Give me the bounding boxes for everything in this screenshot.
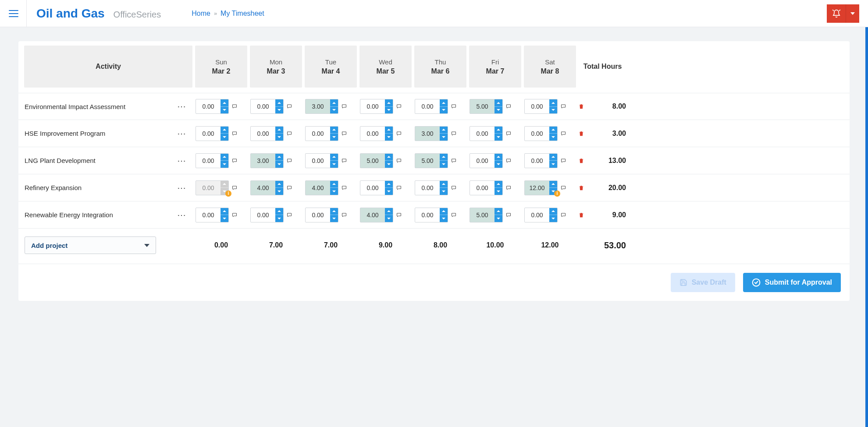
breadcrumb-current[interactable]: My Timesheet bbox=[221, 10, 264, 18]
comment-icon[interactable] bbox=[341, 185, 347, 191]
spin-down-button[interactable] bbox=[440, 161, 448, 168]
spin-up-button[interactable] bbox=[385, 154, 393, 161]
hours-input[interactable]: 0.00 bbox=[196, 126, 229, 141]
comment-icon[interactable] bbox=[560, 212, 566, 218]
hours-input[interactable]: 3.00 bbox=[250, 153, 284, 168]
spin-down-button[interactable] bbox=[385, 215, 393, 222]
spin-down-button[interactable] bbox=[385, 107, 393, 114]
hours-input[interactable]: 0.00 bbox=[196, 208, 229, 222]
comment-icon[interactable] bbox=[505, 185, 512, 191]
comment-icon[interactable] bbox=[231, 212, 238, 218]
hours-input[interactable]: 0.00 bbox=[360, 126, 393, 141]
hours-input[interactable]: 0.00 bbox=[415, 208, 448, 222]
spin-up-button[interactable] bbox=[385, 208, 393, 215]
spin-up-button[interactable] bbox=[330, 208, 338, 215]
hours-input[interactable]: 0.00 bbox=[415, 99, 448, 114]
hours-input[interactable]: 4.00 bbox=[360, 208, 393, 222]
spin-down-button[interactable] bbox=[440, 188, 448, 195]
more-options-icon[interactable]: ⋯ bbox=[174, 99, 189, 113]
spin-down-button[interactable] bbox=[494, 188, 502, 195]
comment-icon[interactable] bbox=[231, 158, 238, 163]
spin-down-button[interactable] bbox=[549, 134, 557, 141]
spin-down-button[interactable] bbox=[221, 215, 228, 222]
spin-down-button[interactable] bbox=[330, 215, 338, 222]
spin-up-button[interactable] bbox=[385, 181, 393, 188]
spin-down-button[interactable] bbox=[330, 107, 338, 114]
more-options-icon[interactable]: ⋯ bbox=[174, 127, 189, 141]
trash-icon[interactable] bbox=[578, 212, 584, 219]
spin-up-button[interactable] bbox=[494, 99, 502, 107]
hamburger-menu-icon[interactable] bbox=[9, 10, 18, 17]
spin-down-button[interactable] bbox=[275, 107, 283, 114]
spin-down-button[interactable] bbox=[275, 188, 283, 195]
info-badge-icon[interactable]: i bbox=[554, 191, 560, 197]
spin-up-button[interactable] bbox=[494, 127, 502, 134]
spin-down-button[interactable] bbox=[549, 215, 557, 222]
comment-icon[interactable] bbox=[231, 104, 238, 109]
hours-input[interactable]: 0.00 bbox=[250, 208, 284, 222]
spin-up-button[interactable] bbox=[440, 99, 448, 107]
hours-input[interactable]: 0.00 bbox=[250, 126, 284, 141]
hours-input[interactable]: 0.00 bbox=[196, 99, 229, 114]
comment-icon[interactable] bbox=[451, 104, 457, 109]
spin-up-button[interactable] bbox=[221, 99, 228, 107]
spin-up-button[interactable] bbox=[549, 154, 557, 161]
spin-up-button[interactable] bbox=[494, 154, 502, 161]
spin-up-button[interactable] bbox=[330, 181, 338, 188]
hours-input[interactable]: 0.00 bbox=[305, 153, 338, 168]
spin-down-button[interactable] bbox=[221, 107, 228, 114]
spin-up-button[interactable] bbox=[549, 127, 557, 134]
spin-up-button[interactable] bbox=[221, 154, 228, 161]
spin-down-button[interactable] bbox=[275, 161, 283, 168]
comment-icon[interactable] bbox=[286, 158, 292, 163]
notifications-button[interactable] bbox=[827, 4, 846, 23]
comment-icon[interactable] bbox=[451, 131, 457, 136]
hours-input[interactable]: 5.00 bbox=[415, 153, 448, 168]
hours-input[interactable]: 5.00 bbox=[470, 208, 503, 222]
spin-up-button[interactable] bbox=[275, 99, 283, 107]
spin-up-button[interactable] bbox=[549, 208, 557, 215]
comment-icon[interactable] bbox=[560, 104, 566, 109]
trash-icon[interactable] bbox=[578, 103, 584, 110]
hours-input[interactable]: 12.00 bbox=[524, 180, 558, 195]
comment-icon[interactable] bbox=[560, 158, 566, 163]
spin-down-button[interactable] bbox=[275, 134, 283, 141]
spin-up-button[interactable] bbox=[440, 154, 448, 161]
spin-up-button[interactable] bbox=[494, 208, 502, 215]
info-badge-icon[interactable]: i bbox=[225, 191, 231, 197]
comment-icon[interactable] bbox=[396, 131, 402, 136]
comment-icon[interactable] bbox=[286, 185, 292, 191]
spin-up-button[interactable] bbox=[440, 181, 448, 188]
trash-icon[interactable] bbox=[578, 184, 584, 191]
hours-input[interactable]: 0.00 bbox=[470, 180, 503, 195]
spin-up-button[interactable] bbox=[385, 127, 393, 134]
spin-down-button[interactable] bbox=[385, 161, 393, 168]
hours-input[interactable]: 0.00 bbox=[360, 99, 393, 114]
spin-up-button[interactable] bbox=[549, 99, 557, 107]
spin-down-button[interactable] bbox=[330, 134, 338, 141]
comment-icon[interactable] bbox=[396, 212, 402, 218]
more-options-icon[interactable]: ⋯ bbox=[174, 181, 189, 195]
trash-icon[interactable] bbox=[578, 130, 584, 137]
spin-down-button[interactable] bbox=[440, 107, 448, 114]
hours-input[interactable]: 0.00 bbox=[524, 99, 558, 114]
spin-down-button[interactable] bbox=[330, 161, 338, 168]
hours-input[interactable]: 4.00 bbox=[305, 180, 338, 195]
comment-icon[interactable] bbox=[560, 185, 566, 191]
breadcrumb-home[interactable]: Home bbox=[192, 10, 210, 18]
add-project-dropdown[interactable]: Add project bbox=[25, 236, 156, 254]
hours-input[interactable]: 0.00 bbox=[250, 99, 284, 114]
more-options-icon[interactable]: ⋯ bbox=[174, 208, 189, 222]
spin-up-button[interactable] bbox=[275, 181, 283, 188]
hours-input[interactable]: 0.00 bbox=[470, 153, 503, 168]
comment-icon[interactable] bbox=[231, 131, 238, 136]
hours-input[interactable]: 5.00 bbox=[360, 153, 393, 168]
comment-icon[interactable] bbox=[286, 212, 292, 218]
hours-input[interactable]: 0.00 bbox=[524, 126, 558, 141]
comment-icon[interactable] bbox=[505, 158, 512, 163]
hours-input[interactable]: 3.00 bbox=[305, 99, 338, 114]
spin-up-button[interactable] bbox=[440, 127, 448, 134]
hours-input[interactable]: 0.00 bbox=[196, 153, 229, 168]
spin-down-button[interactable] bbox=[385, 188, 393, 195]
hours-input[interactable]: 0.00 bbox=[305, 208, 338, 222]
